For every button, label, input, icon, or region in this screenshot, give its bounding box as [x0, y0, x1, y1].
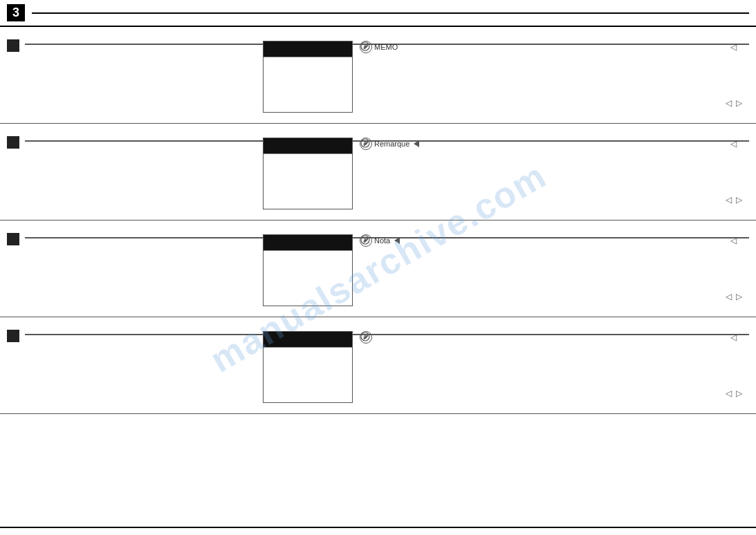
section-row-4: ◁◁▷ — [0, 317, 756, 414]
section-line-4 — [25, 334, 749, 335]
section-indicator-3 — [7, 233, 19, 245]
pencil-icon-4 — [360, 331, 372, 344]
card-wrap-4 — [263, 331, 353, 403]
icon-area-2: Remarque — [360, 138, 421, 153]
arrow-pair-right-2: ▷ — [736, 195, 742, 205]
pencil-icon-1 — [360, 41, 372, 53]
section-row-1: MEMO◁◁▷ — [0, 27, 756, 124]
icon-row-4 — [360, 331, 372, 344]
section-indicator-1 — [7, 39, 19, 52]
header-line — [32, 12, 749, 14]
memo-card-header-4 — [264, 332, 352, 347]
memo-card-4 — [263, 331, 353, 403]
pencil-icon-3 — [360, 234, 372, 247]
arrow-pair-left-2: ◁ — [726, 195, 732, 205]
arrow-pair-right-3: ▷ — [736, 292, 742, 301]
card-wrap-1 — [263, 41, 353, 113]
section-row-2: Remarque◁◁▷ — [0, 124, 756, 220]
memo-card-2 — [263, 138, 353, 209]
arrow-pair-3: ◁▷ — [726, 292, 742, 301]
card-wrap-2 — [263, 138, 353, 209]
icon-area-4 — [360, 331, 372, 346]
memo-card-body-2 — [264, 153, 352, 209]
pencil-icon-2 — [360, 138, 372, 150]
section-indicator-2 — [7, 136, 19, 149]
section-indicator-4 — [7, 330, 19, 342]
card-wrap-3 — [263, 234, 353, 306]
memo-card-header-1 — [264, 41, 352, 57]
card-label-2: Remarque — [374, 140, 409, 148]
arrow-far-single-2: ◁ — [730, 139, 737, 149]
arrow-pair-left-3: ◁ — [726, 292, 732, 301]
memo-card-3 — [263, 234, 353, 306]
arrow-near-left-3 — [394, 237, 400, 244]
icon-area-3: Nota — [360, 234, 402, 250]
memo-card-header-3 — [264, 235, 352, 250]
icon-row-1: MEMO — [360, 41, 398, 53]
arrow-pair-left-1: ◁ — [726, 98, 732, 108]
arrow-near-left-2 — [414, 140, 419, 147]
card-label-3: Nota — [374, 236, 390, 245]
icon-area-1: MEMO — [360, 41, 398, 56]
card-label-1: MEMO — [374, 43, 398, 51]
arrow-far-single-3: ◁ — [730, 236, 737, 245]
arrow-pair-2: ◁▷ — [726, 195, 742, 205]
page-number: 3 — [7, 4, 25, 21]
section-row-3: Nota◁◁▷ — [0, 220, 756, 317]
page-header: 3 — [0, 0, 756, 27]
sections-container: MEMO◁◁▷Remarque◁◁▷Nota◁◁▷◁◁▷ — [0, 27, 756, 414]
icon-row-3: Nota — [360, 234, 402, 247]
memo-card-body-1 — [264, 57, 352, 112]
arrow-far-single-4: ◁ — [730, 332, 737, 342]
memo-card-header-2 — [264, 138, 352, 153]
bottom-border — [0, 527, 756, 528]
memo-card-1 — [263, 41, 353, 113]
arrow-pair-right-1: ▷ — [736, 98, 742, 108]
memo-card-body-3 — [264, 250, 352, 306]
arrow-pair-4: ◁▷ — [726, 388, 742, 398]
arrow-pair-right-4: ▷ — [736, 388, 742, 398]
arrow-far-single-1: ◁ — [730, 42, 737, 52]
arrow-pair-1: ◁▷ — [726, 98, 742, 108]
icon-row-2: Remarque — [360, 138, 421, 150]
arrow-pair-left-4: ◁ — [726, 388, 732, 398]
memo-card-body-4 — [264, 347, 352, 402]
